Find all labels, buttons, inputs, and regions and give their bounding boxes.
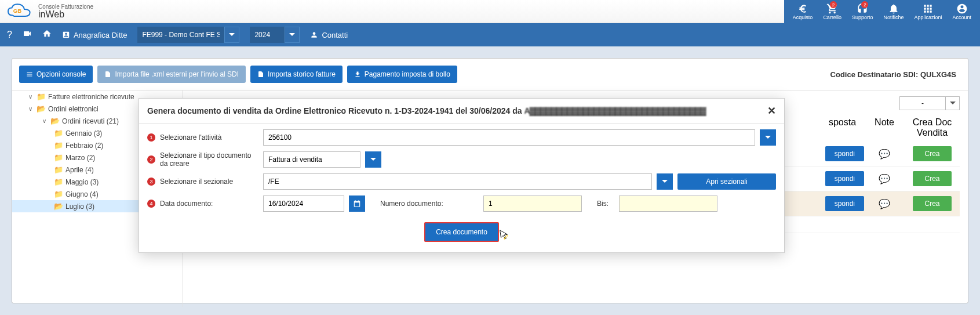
opzioni-console-button[interactable]: Opzioni console <box>19 66 93 83</box>
data-documento-input[interactable] <box>263 195 344 212</box>
step2-label: Selezionare il tipo documento da creare <box>160 151 258 168</box>
step-badge-1: 1 <box>147 133 155 142</box>
cursor-click-icon <box>498 229 511 242</box>
notifiche-button[interactable]: Notifiche <box>883 3 904 20</box>
rispondi-button[interactable]: spondi <box>825 171 864 186</box>
acquisto-button[interactable]: Acquisto <box>793 3 813 20</box>
applicazioni-button[interactable]: Applicazioni <box>914 3 942 20</box>
importa-xml-button[interactable]: Importa file .xml esterni per l'invio al… <box>97 66 246 83</box>
anagrafica-link[interactable]: Anagrafica Ditte <box>62 31 127 39</box>
codice-destinatario: Codice Destinatario SDI: QULXG4S <box>830 70 961 79</box>
bell-icon <box>888 3 899 15</box>
year-select[interactable] <box>250 27 285 43</box>
step1-label: Selezionare l'attività <box>160 133 258 142</box>
crea-button[interactable]: Crea <box>913 196 951 211</box>
th-note: Note <box>864 114 905 142</box>
sezionale-caret[interactable] <box>657 173 673 190</box>
user-icon <box>956 3 968 15</box>
bis-input[interactable] <box>619 195 717 212</box>
file-icon <box>104 71 111 78</box>
toolbar: Opzioni console Importa file .xml estern… <box>12 59 968 90</box>
filter-caret[interactable] <box>946 96 960 110</box>
svg-text:GB: GB <box>13 8 21 14</box>
account-button[interactable]: Account <box>952 3 971 20</box>
crea-button[interactable]: Crea <box>913 171 951 186</box>
importa-storico-button[interactable]: Importa storico fatture <box>250 66 343 83</box>
close-icon[interactable]: ✕ <box>767 104 776 117</box>
bis-label: Bis: <box>597 200 614 208</box>
pagamento-bollo-button[interactable]: Pagamento imposta di bollo <box>347 66 457 83</box>
note-icon[interactable]: 💬 <box>879 149 890 159</box>
file-icon <box>257 71 264 78</box>
th-sposta: sposta <box>821 114 864 142</box>
note-icon[interactable]: 💬 <box>879 174 890 184</box>
company-select[interactable] <box>137 27 224 43</box>
home-icon[interactable] <box>42 29 52 41</box>
tipo-documento-input[interactable] <box>263 151 360 168</box>
download-icon <box>354 71 361 78</box>
rispondi-button[interactable]: spondi <box>825 146 864 161</box>
apps-icon <box>922 3 934 15</box>
brand-title: inWeb <box>38 10 93 19</box>
sezionale-input[interactable] <box>263 173 652 190</box>
th-crea-doc: Crea Doc Vendita <box>905 114 960 142</box>
step3-label: Selezionare il sezionale <box>160 178 258 186</box>
list-icon <box>26 71 33 78</box>
navbar: ? Anagrafica Ditte Contatti <box>0 23 980 46</box>
crea-button[interactable]: Crea <box>913 146 951 161</box>
topbar-actions: Acquisto 2 Carrello 2 Supporto Notifiche… <box>784 0 980 23</box>
step-badge-4: 4 <box>147 200 155 208</box>
numdoc-label: Numero documento: <box>380 200 479 208</box>
logo[interactable]: GB Console Fatturazione inWeb <box>6 2 93 21</box>
attivita-caret[interactable] <box>760 129 776 146</box>
help-icon[interactable]: ? <box>7 30 12 40</box>
step-badge-3: 3 <box>147 178 155 186</box>
tipo-documento-caret[interactable] <box>365 151 381 168</box>
rispondi-button[interactable]: spondi <box>825 196 864 211</box>
modal-title: Genera documento di vendita da Ordine El… <box>147 106 767 115</box>
numdoc-input[interactable] <box>483 195 582 212</box>
company-dropdown-caret[interactable] <box>224 27 239 43</box>
calendar-icon[interactable] <box>349 195 365 212</box>
step-badge-2: 2 <box>147 155 155 164</box>
brand-subtitle: Console Fatturazione <box>38 4 93 10</box>
cloud-logo-icon: GB <box>6 2 34 21</box>
filter-select[interactable] <box>899 96 946 110</box>
euro-icon <box>797 3 808 15</box>
year-dropdown-caret[interactable] <box>285 27 300 43</box>
attivita-input[interactable] <box>263 129 755 146</box>
apri-sezionali-button[interactable]: Apri sezionali <box>677 173 776 190</box>
supporto-button[interactable]: 2 Supporto <box>852 3 873 20</box>
video-icon[interactable] <box>23 29 32 41</box>
carrello-button[interactable]: 2 Carrello <box>823 3 841 20</box>
crea-documento-button[interactable]: Crea documento <box>424 222 499 242</box>
genera-documento-modal: Genera documento di vendita da Ordine El… <box>139 98 785 253</box>
cart-badge: 2 <box>830 1 837 8</box>
contatti-link[interactable]: Contatti <box>310 31 348 39</box>
note-icon[interactable]: 💬 <box>879 199 890 209</box>
step4-label: Data documento: <box>160 200 258 208</box>
